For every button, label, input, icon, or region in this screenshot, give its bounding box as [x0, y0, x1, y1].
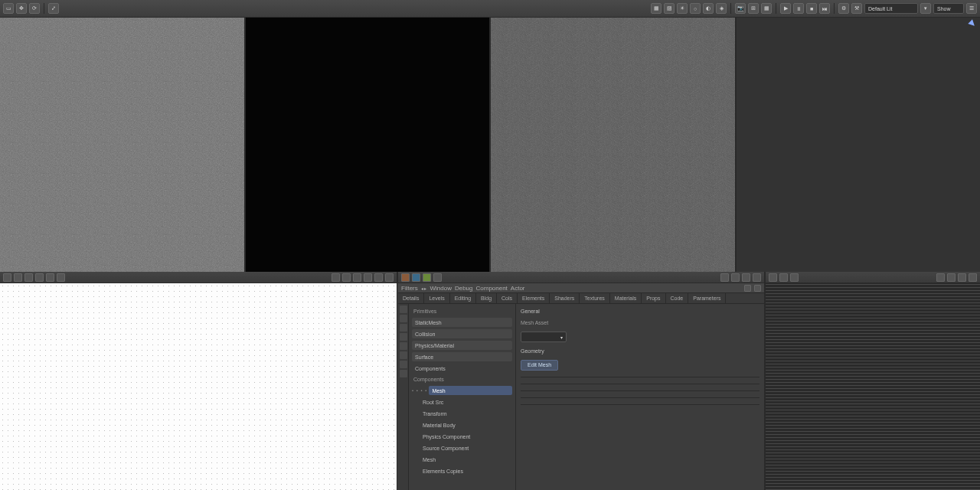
zoom-fit-icon[interactable] [374, 273, 383, 282]
tab-materials[interactable]: Materials [610, 293, 642, 303]
strip-b-icon[interactable] [400, 315, 407, 322]
list-icon[interactable] [769, 273, 777, 282]
line-tool-icon[interactable] [24, 273, 33, 282]
camera-icon[interactable]: 📷 [735, 3, 746, 14]
scale-tool-icon[interactable]: ⤢ [48, 3, 59, 14]
strip-g-icon[interactable] [400, 361, 407, 368]
close-icon[interactable] [754, 285, 761, 292]
settings-icon[interactable] [385, 273, 394, 282]
menu-actor[interactable]: Actor [511, 285, 525, 292]
tree-item-root[interactable]: Root Src [420, 397, 512, 407]
tree-item-mesh[interactable]: Mesh [420, 455, 512, 464]
lit-icon[interactable]: ☀ [677, 3, 688, 14]
tab-levels[interactable]: Levels [424, 293, 449, 303]
unlit-icon[interactable]: ○ [690, 3, 701, 14]
tree-item-surface[interactable]: Surface [412, 352, 512, 361]
grid-icon[interactable]: ▦ [761, 3, 772, 14]
arc-tool-icon[interactable] [35, 273, 44, 282]
grid-toggle-icon[interactable] [353, 273, 361, 282]
expand-all-icon[interactable] [947, 273, 956, 282]
undo-icon[interactable] [332, 273, 340, 282]
menu-icon[interactable]: ☰ [966, 3, 977, 14]
tab-params[interactable]: Parameters [688, 293, 726, 303]
timeline-panel [766, 272, 980, 490]
dock-icon[interactable] [731, 273, 740, 282]
tab-code[interactable]: Code [666, 293, 689, 303]
expand-icon[interactable]: ▾ [920, 3, 931, 14]
tab-elements[interactable]: Elements [518, 293, 550, 303]
tree-item-transform[interactable]: Transform [420, 409, 512, 418]
shadow-icon[interactable]: ◐ [703, 3, 714, 14]
filters-label[interactable]: Filters [401, 285, 418, 292]
viewport-1[interactable] [0, 18, 246, 272]
component-icon[interactable] [412, 273, 420, 282]
strip-d-icon[interactable] [400, 333, 407, 341]
sketch-canvas[interactable] [0, 283, 397, 490]
build-icon[interactable]: ⚒ [851, 3, 862, 14]
step-icon[interactable]: ⏭ [819, 3, 830, 14]
strip-c-icon[interactable] [400, 324, 407, 332]
edit-mesh-button[interactable]: Edit Mesh [521, 360, 558, 371]
tab-editing[interactable]: Editing [450, 293, 476, 303]
search-icon[interactable] [936, 273, 945, 282]
menu-debug[interactable]: Debug [455, 285, 473, 292]
viewport-3[interactable] [491, 18, 737, 272]
menu-component[interactable]: Component [475, 285, 507, 292]
move-tool-icon[interactable]: ✥ [16, 3, 27, 14]
tab-cols[interactable]: Cols [497, 293, 518, 303]
collapse-all-icon[interactable] [958, 273, 966, 282]
add-icon[interactable] [433, 273, 442, 282]
filter-icon[interactable] [790, 273, 799, 282]
min-icon[interactable] [744, 285, 751, 292]
asset-icon[interactable] [423, 273, 431, 282]
tab-props[interactable]: Props [642, 293, 665, 303]
menu-icon[interactable] [753, 273, 761, 282]
maximize-icon[interactable] [720, 273, 729, 282]
strip-h-icon[interactable] [400, 370, 407, 377]
tab-textures[interactable]: Textures [580, 293, 609, 303]
tab-bldg[interactable]: Bldg [476, 293, 497, 303]
settings-icon[interactable]: ⚙ [838, 3, 849, 14]
circle-tool-icon[interactable] [3, 273, 11, 282]
rotate-tool-icon[interactable]: ⟳ [29, 3, 40, 14]
tree-item-physics[interactable]: Physics/Material [412, 341, 512, 350]
tree-item-elements[interactable]: Elements Copies [420, 466, 512, 475]
close-icon[interactable] [742, 273, 750, 282]
show-field[interactable]: Show [933, 3, 964, 14]
mesh-asset-field[interactable]: ▾ [521, 332, 567, 342]
timeline-canvas[interactable] [766, 283, 980, 490]
tree-item-physics2[interactable]: Physics Component [420, 432, 512, 441]
snap-toggle-icon[interactable] [364, 273, 372, 282]
viewmode-field[interactable]: Default Lit [864, 3, 918, 14]
reflections-icon[interactable]: ◈ [716, 3, 727, 14]
viewport-4[interactable] [737, 18, 981, 272]
strip-e-icon[interactable] [400, 342, 407, 350]
wireframe-icon[interactable]: ▨ [664, 3, 675, 14]
stop-icon[interactable]: ■ [806, 3, 817, 14]
rect-tool-icon[interactable] [14, 273, 22, 282]
tree-item-source[interactable]: Source Component [420, 443, 512, 452]
pause-icon[interactable]: ⏸ [793, 3, 804, 14]
menu-icon[interactable] [969, 273, 977, 282]
tree-item-physmat[interactable]: Components [412, 364, 512, 373]
text-tool-icon[interactable] [46, 273, 54, 282]
snap-icon[interactable]: ⊞ [748, 3, 759, 14]
redo-icon[interactable] [342, 273, 351, 282]
strip-a-icon[interactable] [400, 305, 407, 313]
tree-item-material[interactable]: Material Body [420, 420, 512, 430]
play-icon[interactable]: ▶ [780, 3, 791, 14]
strip-f-icon[interactable] [400, 351, 407, 359]
tree-item-staticmesh[interactable]: StaticMesh [412, 318, 512, 327]
perspective-icon[interactable]: ▦ [651, 3, 662, 14]
menu-window[interactable]: Window [430, 285, 451, 292]
viewport-2[interactable] [246, 18, 492, 272]
tree-item-collision[interactable]: Collision [412, 329, 512, 338]
select-tool-icon[interactable]: ▭ [3, 3, 14, 14]
tab-details[interactable]: Details [398, 293, 424, 303]
tab-shaders[interactable]: Shaders [550, 293, 580, 303]
tree-view-icon[interactable] [779, 273, 788, 282]
tree-item-selected[interactable]: Mesh [429, 386, 512, 395]
measure-tool-icon[interactable] [57, 273, 65, 282]
main-toolbar: ▭ ✥ ⟳ ⤢ ▦ ▨ ☀ ○ ◐ ◈ 📷 ⊞ ▦ ▶ ⏸ ■ ⏭ ⚙ ⚒ De… [0, 0, 980, 18]
actor-icon[interactable] [401, 273, 410, 282]
